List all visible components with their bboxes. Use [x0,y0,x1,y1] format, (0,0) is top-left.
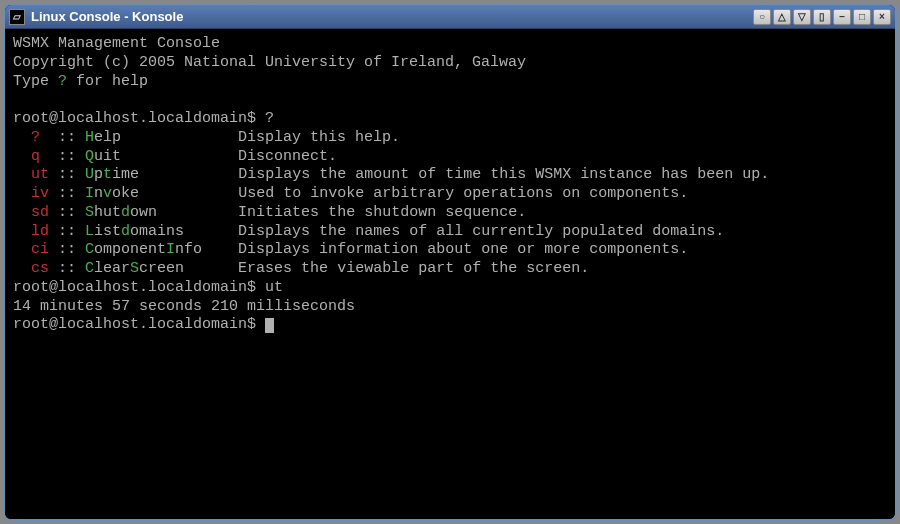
help-desc: Displays the names of all currently popu… [238,223,724,240]
window-title: Linux Console - Konsole [31,9,183,24]
help-line: ci :: ComponentInfo Displays information… [13,241,887,260]
title-left: ▱ Linux Console - Konsole [9,9,753,25]
help-desc: Used to invoke arbitrary operations on c… [238,185,688,202]
help-desc: Erases the viewable part of the screen. [238,260,589,277]
help-line: ut :: Uptime Displays the amount of time… [13,166,887,185]
header-line-3: Type ? for help [13,73,887,92]
help-short: ld [13,223,49,240]
header-line-2: Copyright (c) 2005 National University o… [13,54,887,73]
blank-line [13,91,887,110]
help-line: iv :: Invoke Used to invoke arbitrary op… [13,185,887,204]
help-desc: Displays information about one or more c… [238,241,688,258]
titlebar[interactable]: ▱ Linux Console - Konsole ○ △ ▽ ▯ – □ × [5,5,895,29]
help-line: sd :: Shutdown Initiates the shutdown se… [13,204,887,223]
help-short: q [13,148,40,165]
help-short: sd [13,204,49,221]
help-desc: Displays the amount of time this WSMX in… [238,166,769,183]
btn-down[interactable]: ▽ [793,9,811,25]
konsole-window: ▱ Linux Console - Konsole ○ △ ▽ ▯ – □ × … [3,3,897,521]
uptime-output: 14 minutes 57 seconds 210 milliseconds [13,298,887,317]
window-controls: ○ △ ▽ ▯ – □ × [753,9,891,25]
help-desc: Display this help. [238,129,400,146]
close-button[interactable]: × [873,9,891,25]
help-short: ? [13,129,40,146]
help-line: ? :: Help Display this help. [13,129,887,148]
terminal-icon: ▱ [9,9,25,25]
prompt-line-1: root@localhost.localdomain$ ? [13,110,887,129]
btn-up[interactable]: △ [773,9,791,25]
help-desc: Disconnect. [238,148,337,165]
help-line: q :: Quit Disconnect. [13,148,887,167]
help-short: ut [13,166,49,183]
minimize-button[interactable]: – [833,9,851,25]
maximize-button[interactable]: □ [853,9,871,25]
btn-pin[interactable]: ▯ [813,9,831,25]
cursor-icon [265,318,274,333]
help-short: ci [13,241,49,258]
help-short: iv [13,185,49,202]
terminal-area[interactable]: WSMX Management ConsoleCopyright (c) 200… [5,29,895,519]
help-line: cs :: ClearScreen Erases the viewable pa… [13,260,887,279]
help-line: ld :: Listdomains Displays the names of … [13,223,887,242]
btn-circle[interactable]: ○ [753,9,771,25]
prompt-line-2: root@localhost.localdomain$ ut [13,279,887,298]
prompt-line-3: root@localhost.localdomain$ [13,316,887,335]
help-desc: Initiates the shutdown sequence. [238,204,526,221]
header-line-1: WSMX Management Console [13,35,887,54]
help-short: cs [13,260,49,277]
